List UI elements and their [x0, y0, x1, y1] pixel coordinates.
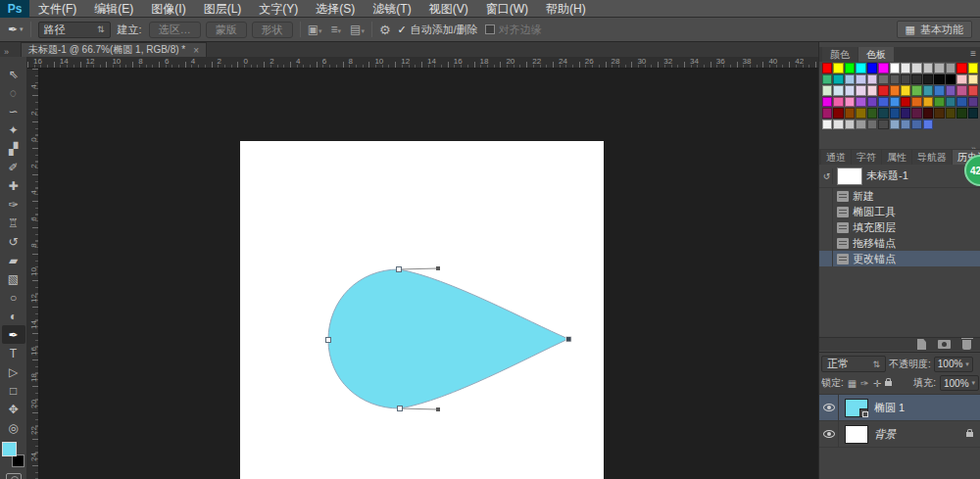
quick-selection-tool[interactable]: ✦ [2, 120, 25, 139]
color-swatch[interactable] [901, 120, 910, 130]
history-entry[interactable]: 新建 [819, 188, 980, 204]
shape-tool[interactable]: □ [2, 381, 25, 400]
tab-color[interactable]: 颜色 [822, 47, 858, 62]
color-swatch[interactable] [968, 74, 978, 85]
document-tab[interactable]: 未标题-1 @ 66.7%(椭圆 1, RGB/8) * × [21, 42, 207, 57]
tab-swatches[interactable]: 色板 [858, 47, 894, 62]
dodge-tool[interactable]: ◐ [2, 307, 25, 325]
path-selection-tool[interactable]: ▷ [2, 362, 25, 381]
color-swatch[interactable] [934, 74, 944, 85]
canvas[interactable] [240, 141, 604, 479]
gear-icon[interactable]: ⚙ [379, 23, 391, 37]
color-swatch[interactable] [890, 74, 900, 85]
lasso-tool[interactable]: ∽ [2, 102, 25, 120]
color-swatch[interactable] [901, 63, 910, 73]
menu-item[interactable]: 窗口(W) [477, 0, 537, 18]
color-swatch[interactable] [867, 74, 877, 85]
color-swatch[interactable] [934, 63, 944, 73]
fill-field[interactable]: 100% ▾ [940, 375, 979, 391]
history-entry[interactable]: 拖移锚点 [819, 235, 980, 251]
history-snapshot-row[interactable]: ↺ 未标题-1 [819, 165, 980, 188]
brush-tool[interactable]: ✑ [2, 195, 25, 214]
clone-stamp-tool[interactable]: ♖ [2, 214, 25, 232]
color-swatch[interactable] [946, 74, 956, 85]
history-entry[interactable]: 填充图层 [819, 219, 980, 235]
color-swatch[interactable] [923, 120, 933, 130]
menu-item[interactable]: 滤镜(T) [364, 0, 419, 18]
color-swatch[interactable] [856, 85, 865, 96]
history-entry[interactable]: 更改锚点 [819, 251, 980, 266]
healing-brush-tool[interactable]: ✚ [2, 176, 25, 195]
color-swatch[interactable] [901, 108, 910, 119]
history-brush-source-icon[interactable]: ↺ [821, 168, 833, 184]
new-snapshot-icon[interactable] [938, 340, 951, 349]
layer-name[interactable]: 椭圆 1 [874, 401, 980, 415]
type-tool[interactable]: T [2, 344, 25, 362]
color-swatch[interactable] [845, 85, 855, 96]
path-arrangement-icon[interactable]: ▤▾ [350, 23, 365, 36]
color-swatch[interactable] [833, 97, 843, 108]
color-swatch[interactable] [901, 97, 910, 108]
auto-add-delete-option[interactable]: ✓ 自动添加/删除 [398, 23, 478, 37]
color-swatch[interactable] [867, 85, 877, 96]
bezier-handle[interactable] [399, 268, 438, 269]
color-swatch[interactable] [968, 97, 978, 108]
menu-item[interactable]: 选择(S) [307, 0, 364, 18]
color-swatch[interactable] [822, 63, 832, 73]
menu-item[interactable]: 图像(I) [142, 0, 194, 18]
color-swatch[interactable] [956, 74, 966, 85]
color-swatch[interactable] [956, 108, 966, 119]
color-swatch[interactable] [956, 97, 966, 108]
foreground-color-swatch[interactable] [2, 442, 17, 456]
menu-item[interactable]: 文件(F) [29, 0, 85, 18]
history-brush-source-cell[interactable] [821, 219, 833, 235]
layer-name[interactable]: 背景 [874, 427, 966, 442]
color-swatch[interactable] [968, 108, 978, 119]
color-swatch[interactable] [911, 120, 921, 130]
color-swatch[interactable] [911, 108, 921, 119]
color-swatch[interactable] [822, 74, 832, 85]
teardrop-shape[interactable] [240, 141, 604, 479]
double-chevron-icon[interactable]: » [0, 47, 13, 57]
color-swatch[interactable] [890, 97, 900, 108]
move-tool[interactable]: ⇖ [2, 65, 25, 83]
color-swatch[interactable] [878, 120, 888, 130]
marquee-tool[interactable]: ◌ [2, 83, 25, 102]
color-swatch[interactable] [911, 74, 921, 85]
visibility-cell[interactable] [819, 395, 839, 421]
color-swatch[interactable] [856, 74, 865, 85]
zoom-tool[interactable]: ◎ [2, 418, 25, 437]
pen-tool[interactable]: ✒ [2, 325, 25, 344]
history-brush-source-cell[interactable] [821, 235, 833, 251]
color-swatch[interactable] [890, 85, 900, 96]
lock-all-icon[interactable] [885, 381, 892, 386]
handle-endpoint[interactable] [436, 266, 440, 270]
history-entry[interactable]: 椭圆工具 [819, 204, 980, 219]
color-swatch[interactable] [878, 108, 888, 119]
menu-item[interactable]: 帮助(H) [537, 0, 595, 18]
color-swatch[interactable] [845, 97, 855, 108]
snapshot-thumbnail[interactable] [837, 168, 862, 185]
color-swatch[interactable] [968, 85, 978, 96]
color-swatch[interactable] [878, 74, 888, 85]
color-swatch[interactable] [856, 120, 865, 130]
color-swatch[interactable] [934, 97, 944, 108]
color-swatch[interactable] [833, 74, 843, 85]
layer-row-ellipse[interactable]: 椭圆 1 [819, 395, 980, 421]
color-swatch[interactable] [833, 85, 843, 96]
menu-item[interactable]: 编辑(E) [85, 0, 142, 18]
color-swatch[interactable] [911, 85, 921, 96]
color-swatch[interactable] [934, 85, 944, 96]
menu-item[interactable]: 文字(Y) [250, 0, 307, 18]
close-icon[interactable]: × [193, 45, 199, 56]
anchor-point-selected[interactable] [566, 337, 572, 343]
delete-state-icon[interactable] [962, 340, 971, 350]
color-swatch[interactable] [878, 85, 888, 96]
active-tool-indicator[interactable]: ✒▾ [8, 23, 24, 36]
path-operations-icon[interactable]: ▣▾ [308, 23, 322, 36]
color-swatch[interactable] [856, 97, 865, 108]
color-swatch[interactable] [822, 85, 832, 96]
make-button[interactable]: 形状 [252, 22, 293, 38]
color-swatch[interactable] [845, 108, 855, 119]
hand-tool[interactable]: ✥ [2, 400, 25, 418]
